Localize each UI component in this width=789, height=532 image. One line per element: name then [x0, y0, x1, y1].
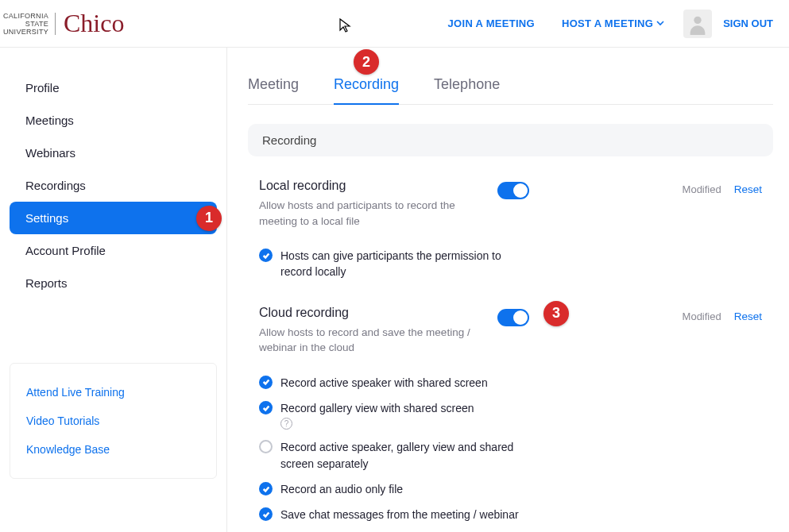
option-row: Hosts can give participants the permissi…	[259, 243, 773, 285]
annotation-badge-3: 3	[543, 301, 569, 326]
option-row: Record active speaker, gallery view and …	[259, 434, 773, 476]
annotation-badge-2: 2	[354, 49, 379, 75]
reset-link[interactable]: Reset	[734, 183, 762, 195]
sidebar-item-meetings[interactable]: Meetings	[0, 104, 226, 137]
checkbox-checked-icon[interactable]	[259, 249, 273, 262]
setting-title: Cloud recording	[259, 306, 497, 320]
sidebar-item-settings[interactable]: Settings 1	[10, 202, 217, 234]
option-label: Hosts can give participants the permissi…	[280, 248, 519, 280]
help-icon[interactable]: ?	[280, 418, 292, 430]
local-recording-options: Hosts can give participants the permissi…	[248, 243, 773, 285]
main-content: Meeting Recording 2 Telephone Recording …	[227, 48, 789, 532]
settings-tabs: Meeting Recording 2 Telephone	[248, 67, 773, 105]
setting-cloud-recording: Cloud recording Allow hosts to record an…	[248, 306, 773, 384]
option-row: Record gallery view with shared screen ?	[259, 395, 773, 434]
sidebar-item-webinars[interactable]: Webinars	[0, 137, 226, 169]
logo-line: STATE	[3, 20, 48, 28]
option-label: Record an audio only file	[280, 481, 403, 497]
caret-down-icon	[656, 17, 664, 29]
tab-recording[interactable]: Recording 2	[334, 67, 399, 104]
checkbox-checked-icon[interactable]	[259, 507, 273, 521]
annotation-badge-1: 1	[196, 206, 222, 231]
help-link-training[interactable]: Attend Live Training	[26, 378, 200, 407]
host-meeting-dropdown[interactable]: HOST A MEETING	[562, 17, 664, 29]
logo-csu-text: CALIFORNIA STATE UNIVERSITY	[0, 12, 55, 36]
sidebar: Profile Meetings Webinars Recordings Set…	[0, 48, 227, 532]
help-links-box: Attend Live Training Video Tutorials Kno…	[10, 363, 217, 479]
setting-desc: Allow hosts and participants to record t…	[259, 198, 474, 229]
person-icon	[687, 13, 709, 35]
toggle-cloud-recording[interactable]	[497, 309, 529, 326]
logo-line: UNIVERSITY	[3, 28, 48, 36]
help-link-kb[interactable]: Knowledge Base	[26, 435, 200, 464]
cursor-icon	[338, 17, 353, 36]
sidebar-item-label: Settings	[25, 211, 68, 225]
option-label: Record gallery view with shared screen	[280, 400, 474, 416]
checkbox-checked-icon[interactable]	[259, 482, 273, 495]
option-row: Save chat messages from the meeting / we…	[259, 502, 773, 527]
join-meeting-link[interactable]: JOIN A MEETING	[448, 17, 535, 29]
sidebar-item-recordings[interactable]: Recordings	[0, 169, 226, 202]
tab-label: Recording	[334, 76, 399, 92]
toggle-local-recording[interactable]	[497, 182, 529, 199]
help-link-tutorials[interactable]: Video Tutorials	[26, 407, 200, 435]
sidebar-item-profile[interactable]: Profile	[0, 71, 226, 104]
svg-point-0	[694, 16, 701, 23]
reset-link[interactable]: Reset	[734, 310, 762, 322]
sidebar-item-account-profile[interactable]: Account Profile	[0, 234, 226, 267]
logo-divider	[55, 13, 56, 35]
modified-label: Modified	[683, 310, 721, 322]
checkbox-checked-icon[interactable]	[259, 401, 273, 414]
tab-meeting[interactable]: Meeting	[248, 67, 299, 104]
avatar[interactable]	[683, 10, 712, 38]
section-header-recording: Recording	[248, 124, 773, 156]
host-meeting-label: HOST A MEETING	[562, 17, 653, 29]
sidebar-item-reports[interactable]: Reports	[0, 267, 226, 299]
option-row: Record an audio only file	[259, 476, 773, 502]
option-label: Save chat messages from the meeting / we…	[280, 507, 519, 522]
setting-desc: Allow hosts to record and save the meeti…	[259, 325, 474, 356]
modified-label: Modified	[683, 183, 721, 195]
brand-logo: CALIFORNIA STATE UNIVERSITY Chico	[0, 0, 124, 47]
sign-out-link[interactable]: SIGN OUT	[723, 17, 773, 29]
logo-chico: Chico	[64, 9, 124, 38]
tab-telephone[interactable]: Telephone	[434, 67, 500, 104]
checkbox-unchecked-icon[interactable]	[259, 440, 273, 453]
app-header: CALIFORNIA STATE UNIVERSITY Chico JOIN A…	[0, 0, 789, 48]
option-label: Record active speaker, gallery view and …	[280, 439, 519, 472]
setting-title: Local recording	[259, 179, 497, 193]
cloud-recording-options: Record active speaker with shared screen…	[248, 370, 773, 528]
logo-line: CALIFORNIA	[3, 12, 48, 20]
